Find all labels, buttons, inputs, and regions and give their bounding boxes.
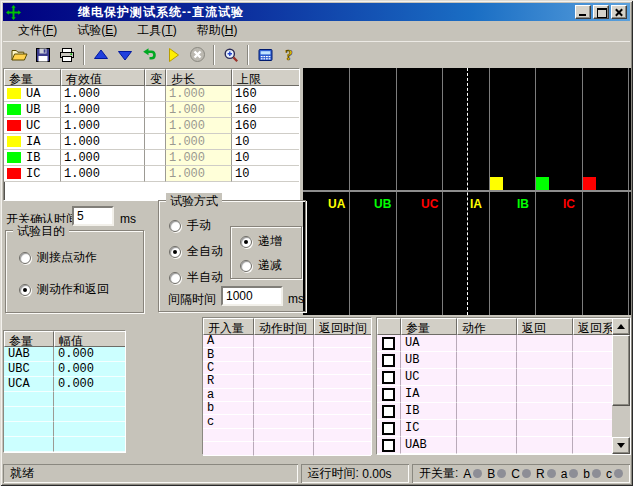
vary-cell[interactable] [145,166,166,182]
scrollbar-thumb[interactable] [612,335,630,406]
table-row[interactable]: A [203,335,371,348]
radio-semi-auto[interactable]: 半自动 [169,269,223,286]
radio-decrease[interactable]: 递减 [240,257,282,274]
scroll-down-button[interactable] [612,437,630,454]
help-button[interactable]: ? [277,43,301,66]
radio-action-return[interactable]: 测动作和返回 [19,281,109,298]
open-button[interactable] [7,43,31,66]
checkbox[interactable] [382,422,395,435]
radio-icon[interactable] [19,252,31,264]
value-cell[interactable]: 1.000 [61,102,145,118]
printer-icon [59,47,75,63]
step-cell[interactable]: 1.000 [166,86,232,102]
table-row[interactable]: IB [377,403,612,420]
table-row[interactable]: IB 1.000 1.000 10 [4,150,299,166]
color-swatch [7,104,21,115]
value-cell[interactable]: 1.000 [61,134,145,150]
mode-groupbox: 试验方式 手动 全自动 半自动 递增 递减 间隔时间 ms [158,200,306,312]
table-row[interactable]: b [203,402,371,415]
table-row[interactable]: UBC 0.000 [4,362,125,377]
minimize-button[interactable] [575,5,591,19]
vary-cell[interactable] [145,86,166,102]
table-row[interactable]: C [203,362,371,375]
radio-manual[interactable]: 手动 [169,217,211,234]
table-row[interactable]: UAB 0.000 [4,347,125,362]
table-row[interactable]: UC 1.000 1.000 160 [4,118,299,134]
menu-test[interactable]: 试验(E) [67,20,127,42]
limit-cell[interactable]: 160 [232,118,299,134]
table-row[interactable]: a [203,389,371,402]
step-cell[interactable]: 1.000 [166,166,232,182]
table-row[interactable]: R [203,375,371,388]
radio-icon[interactable] [240,236,252,248]
calculator-button[interactable] [253,43,277,66]
table-row[interactable]: UA 1.000 1.000 160 [4,86,299,102]
interval-input[interactable] [221,286,283,306]
table-row[interactable]: B [203,348,371,361]
radio-increase[interactable]: 递增 [240,233,282,250]
value-cell[interactable]: 1.000 [61,118,145,134]
radio-icon[interactable] [169,246,181,258]
start-button[interactable] [161,43,185,66]
vary-cell[interactable] [145,102,166,118]
reset-button[interactable] [137,43,161,66]
table-row[interactable]: IC [377,420,612,437]
checkbox[interactable] [382,354,395,367]
vary-cell[interactable] [145,150,166,166]
vary-cell[interactable] [145,118,166,134]
checkbox[interactable] [382,388,395,401]
table-row[interactable]: UA [377,335,612,352]
limit-cell[interactable]: 10 [232,150,299,166]
value-cell[interactable]: 1.000 [61,150,145,166]
menu-file[interactable]: 文件(F) [8,20,67,42]
step-cell[interactable]: 1.000 [166,150,232,166]
zoom-button[interactable] [219,43,243,66]
empty-row [4,437,125,452]
menu-help[interactable]: 帮助(H) [187,20,248,42]
checkbox[interactable] [382,439,395,452]
vary-cell[interactable] [145,134,166,150]
radio-icon[interactable] [19,284,31,296]
table-row[interactable]: UCA 0.000 [4,377,125,392]
maximize-button[interactable] [593,5,609,19]
step-up-button[interactable] [89,43,113,66]
value-cell[interactable]: 1.000 [61,86,145,102]
table-row[interactable]: UB [377,352,612,369]
value-cell[interactable]: 1.000 [61,166,145,182]
step-cell[interactable]: 1.000 [166,134,232,150]
indicator-dot [522,469,531,478]
table-row[interactable]: UAB [377,437,612,454]
limit-cell[interactable]: 10 [232,166,299,182]
status-switches-panel: 开关量: A B C R a b c [412,464,630,483]
menu-tools[interactable]: 工具(T) [127,20,186,42]
radio-icon[interactable] [240,260,252,272]
checkbox[interactable] [382,337,395,350]
radio-full-auto[interactable]: 全自动 [169,243,223,260]
table-row[interactable]: UB 1.000 1.000 160 [4,102,299,118]
step-cell[interactable]: 1.000 [166,102,232,118]
checkbox[interactable] [382,405,395,418]
table-row[interactable]: c [203,415,371,428]
table-row[interactable]: IA 1.000 1.000 10 [4,134,299,150]
app-icon [6,5,21,20]
stop-button[interactable] [185,43,209,66]
limit-cell[interactable]: 160 [232,102,299,118]
step-down-button[interactable] [113,43,137,66]
limit-cell[interactable]: 10 [232,134,299,150]
checkbox[interactable] [382,371,395,384]
print-button[interactable] [55,43,79,66]
radio-icon[interactable] [169,220,181,232]
table-row[interactable]: IA [377,386,612,403]
table-row[interactable]: UC [377,369,612,386]
limit-cell[interactable]: 160 [232,86,299,102]
scroll-up-button[interactable] [612,318,630,335]
interval-label: 间隔时间 [168,291,216,308]
vertical-scrollbar[interactable] [612,318,630,454]
save-button[interactable] [31,43,55,66]
radio-contact-action[interactable]: 测接点动作 [19,249,97,266]
radio-icon[interactable] [169,272,181,284]
close-button[interactable] [611,5,627,19]
step-cell[interactable]: 1.000 [166,118,232,134]
table-row[interactable]: IC 1.000 1.000 10 [4,166,299,182]
switch-time-input[interactable] [72,206,114,226]
